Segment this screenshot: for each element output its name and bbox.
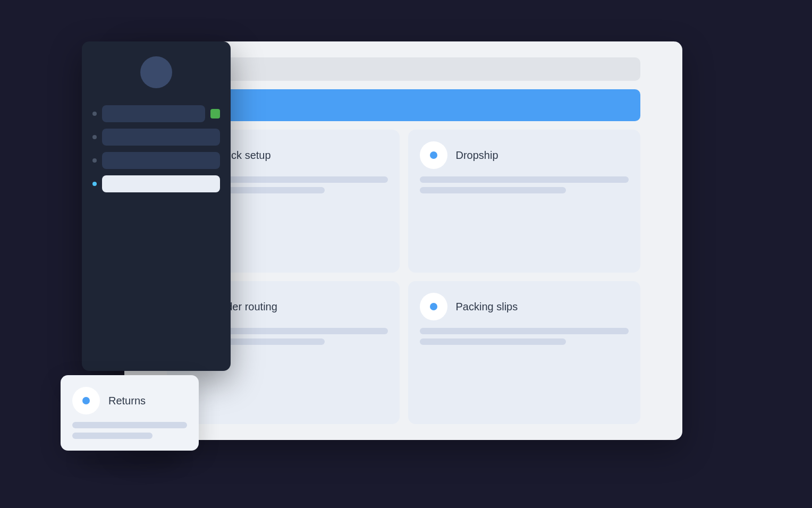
sidebar-bar [102, 152, 220, 169]
sidebar-item-3[interactable] [92, 152, 220, 169]
card-icon [72, 387, 100, 414]
blue-banner[interactable] [167, 89, 640, 121]
card-line-2 [72, 433, 153, 439]
sidebar-nav [92, 105, 220, 192]
sidebar-bar [102, 129, 220, 146]
avatar [140, 56, 172, 88]
floating-card-shadow [77, 451, 183, 472]
sidebar-dot-icon [92, 135, 97, 139]
card-dot-icon [82, 397, 90, 404]
floating-card-returns[interactable]: Returns [61, 375, 199, 451]
sidebar-dot-icon [92, 158, 97, 163]
card-title: Dropship [456, 149, 498, 162]
card-title: Returns [108, 395, 146, 407]
top-bar [167, 57, 640, 81]
cards-grid: Quick setup Dropship [167, 130, 640, 424]
card-line-1 [72, 422, 187, 428]
card-lines [72, 422, 187, 439]
sidebar-bar-active [102, 175, 220, 192]
card-dot-icon [430, 303, 437, 310]
card-icon [420, 141, 447, 169]
scene: Quick setup Dropship [61, 26, 751, 482]
card-lines [420, 328, 629, 345]
card-line-2 [420, 187, 566, 193]
sidebar [82, 41, 231, 371]
card-header: Packing slips [420, 293, 629, 320]
sidebar-dot-active-icon [92, 182, 97, 186]
sidebar-dot-icon [92, 112, 97, 116]
sidebar-item-1[interactable] [92, 105, 220, 122]
card-header: Dropship [420, 141, 629, 169]
card-header: Returns [72, 387, 187, 414]
card-line-2 [420, 338, 566, 345]
card-line-1 [420, 328, 629, 334]
card-lines [420, 176, 629, 193]
sidebar-item-4-active[interactable] [92, 175, 220, 192]
card-dot-icon [430, 151, 437, 159]
sidebar-badge [210, 109, 220, 118]
card-dropship[interactable]: Dropship [408, 130, 641, 273]
card-packing-slips[interactable]: Packing slips [408, 281, 641, 424]
card-title: Packing slips [456, 301, 518, 313]
sidebar-item-2[interactable] [92, 129, 220, 146]
card-line-1 [420, 176, 629, 183]
sidebar-bar [102, 105, 205, 122]
card-icon [420, 293, 447, 320]
